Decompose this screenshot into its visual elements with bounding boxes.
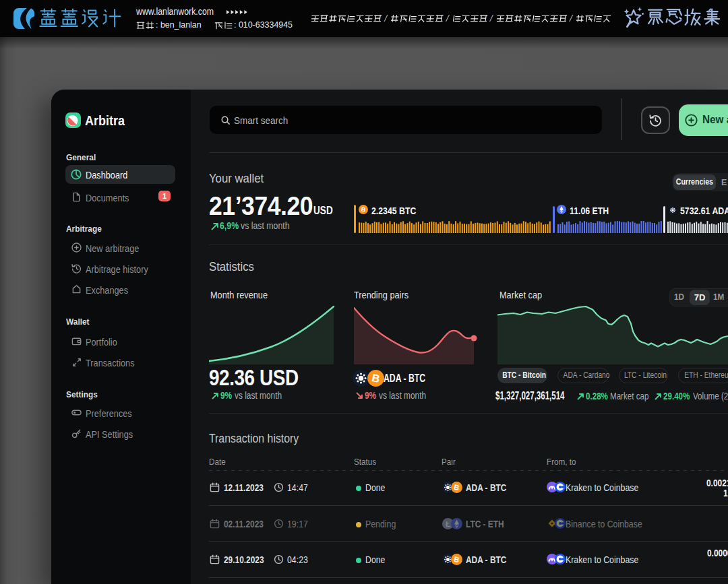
svg-text:Ł: Ł [446,520,450,528]
